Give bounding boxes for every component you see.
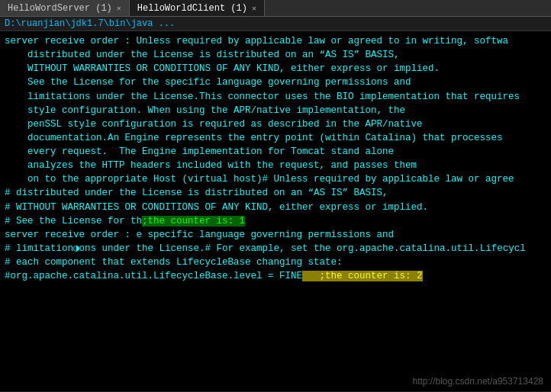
tab-server-label: HelloWordServer (1) [8, 3, 112, 14]
tab-client-close[interactable]: ✕ [252, 4, 256, 13]
line-7: penSSL style configuration is required a… [5, 117, 546, 131]
line-2: distributed under the License is distrib… [5, 48, 546, 62]
line-13: # WITHOUT WARRANTIES OR CONDITIONS OF AN… [5, 201, 546, 214]
title-bar: HelloWordServer (1) ✕ HelloWorldClient (… [0, 0, 551, 17]
path-bar: D:\ruanjian\jdk1.7\bin\java ... [0, 17, 551, 31]
line-18-highlight: ;the counter is: 2 [302, 271, 423, 281]
line-18-text: #org.apache.catalina.util.LifecycleBase.… [5, 271, 302, 281]
tab-client-label: HelloWorldClient (1) [137, 3, 247, 14]
line-8: documentation.An Engine represents the e… [5, 131, 546, 145]
path-text: D:\ruanjian\jdk1.7\bin\java ... [5, 18, 175, 29]
line-12: # distributed under the License is distr… [5, 186, 546, 200]
line-17: # each component that extends LifecycleB… [5, 255, 546, 269]
line-16: # limitation◑ons under the License.# For… [5, 242, 546, 255]
line-14: # See the License for th;the counter is:… [5, 214, 546, 228]
line-5: limitations under the License.This conne… [5, 90, 546, 104]
tab-server-close[interactable]: ✕ [117, 4, 121, 13]
tab-server[interactable]: HelloWordServer (1) ✕ [0, 0, 130, 16]
line-3: WITHOUT WARRANTIES OR CONDITIONS OF ANY … [5, 62, 546, 76]
line-6: style configuration. When using the APR/… [5, 104, 546, 117]
line-9: every request. The Engine implementation… [5, 145, 546, 159]
line-14-highlight: ;the counter is: 1 [142, 216, 245, 227]
line-15: server receive order : e specific langua… [5, 228, 546, 242]
tab-client[interactable]: HelloWorldClient (1) ✕ [130, 0, 265, 16]
console: server receive order : Unless required b… [0, 31, 551, 391]
watermark: http://blog.csdn.net/a953713428 [413, 376, 543, 387]
line-14-text: # See the License for th [5, 216, 142, 227]
line-1: server receive order : Unless required b… [5, 34, 546, 48]
line-11: on to the appropriate Host (virtual host… [5, 172, 546, 186]
line-10: analyzes the HTTP headers included with … [5, 159, 546, 172]
line-4: See the License for the specific languag… [5, 76, 546, 89]
line-18: #org.apache.catalina.util.LifecycleBase.… [5, 269, 546, 283]
